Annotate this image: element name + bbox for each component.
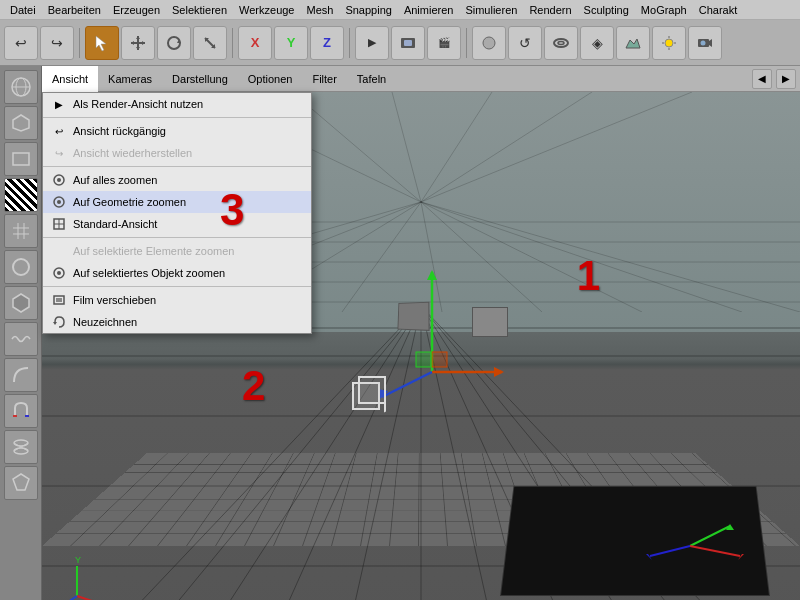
rect-icon (10, 148, 32, 170)
redo-button[interactable]: ↪ (40, 26, 74, 60)
svg-marker-5 (131, 41, 134, 45)
dropdown-zoom-selected-object[interactable]: Auf selektiertes Objekt zoomen (43, 262, 311, 284)
zoom-geometry-icon (51, 194, 67, 210)
scale-button[interactable] (193, 26, 227, 60)
svg-line-94 (77, 596, 107, 600)
svg-rect-109 (56, 298, 62, 302)
obj6-button[interactable] (652, 26, 686, 60)
sidebar-globe-btn[interactable] (4, 70, 38, 104)
menu-animieren[interactable]: Animieren (398, 2, 460, 18)
menu-snapping[interactable]: Snapping (339, 2, 398, 18)
axis-z-button[interactable]: Z (310, 26, 344, 60)
menu-erzeugen[interactable]: Erzeugen (107, 2, 166, 18)
zoom-all-svg (52, 173, 66, 187)
axis-y-button[interactable]: Y (274, 26, 308, 60)
sidebar-wave-btn[interactable] (4, 322, 38, 356)
obj4-button[interactable]: ◈ (580, 26, 614, 60)
vp-menu-optionen[interactable]: Optionen (238, 66, 303, 92)
viewport-toolbar: Ansicht Kameras Darstellung Optionen Fil… (42, 66, 800, 92)
undo-button[interactable]: ↩ (4, 26, 38, 60)
sidebar-hex-btn[interactable] (4, 286, 38, 320)
sidebar-zebra-btn[interactable] (4, 178, 38, 212)
svg-point-15 (554, 39, 568, 47)
vp-menu-kameras[interactable]: Kameras (98, 66, 162, 92)
toolbar-sep-3 (349, 28, 350, 58)
dropdown-standard-view[interactable]: Standard-Ansicht (43, 213, 311, 235)
pan-film-icon (51, 292, 67, 308)
obj1-button[interactable] (472, 26, 506, 60)
polygon-icon (10, 112, 32, 134)
vp-menu-darstellung[interactable]: Darstellung (162, 66, 238, 92)
dropdown-zoom-geometry[interactable]: Auf Geometrie zoomen (43, 191, 311, 213)
menu-sculpting[interactable]: Sculpting (578, 2, 635, 18)
vp-toolbar-right: ◀ ▶ (752, 69, 800, 89)
menu-selektieren[interactable]: Selektieren (166, 2, 233, 18)
svg-marker-0 (96, 36, 106, 51)
sidebar-rect-btn[interactable] (4, 142, 38, 176)
vp-expand-left-btn[interactable]: ◀ (752, 69, 772, 89)
sidebar-circle-btn[interactable] (4, 250, 38, 284)
anim-button[interactable]: 🎬 (427, 26, 461, 60)
sidebar-poly-btn[interactable] (4, 106, 38, 140)
svg-line-95 (62, 596, 77, 600)
dropdown-zoom-selected-elements[interactable]: Auf selektierte Elemente zoomen (43, 240, 311, 262)
menu-bar: Datei Bearbeiten Erzeugen Selektieren We… (0, 0, 800, 20)
sidebar-more-btn[interactable] (4, 466, 38, 500)
obj3-button[interactable] (544, 26, 578, 60)
annotation-2: 2 (242, 362, 265, 410)
dropdown-render-view[interactable]: ▶ Als Render-Ansicht nutzen (43, 93, 311, 115)
standard-view-icon (51, 216, 67, 232)
zoom-geo-svg (52, 195, 66, 209)
wave-icon (10, 328, 32, 350)
sidebar-grid-btn[interactable] (4, 214, 38, 248)
magnet-icon (10, 400, 32, 422)
obj5-button[interactable] (616, 26, 650, 60)
menu-mograph[interactable]: MoGraph (635, 2, 693, 18)
sidebar-twist-btn[interactable] (4, 430, 38, 464)
svg-marker-3 (136, 36, 140, 39)
select-button[interactable] (85, 26, 119, 60)
svg-marker-6 (142, 41, 145, 45)
menu-charakt[interactable]: Charakt (693, 2, 744, 18)
vp-expand-right-btn[interactable]: ▶ (776, 69, 796, 89)
main-toolbar: ↩ ↪ X Y Z ▶ (0, 20, 800, 66)
circle-icon (10, 256, 32, 278)
menu-rendern[interactable]: Rendern (523, 2, 577, 18)
cam-button[interactable] (688, 26, 722, 60)
dropdown-zoom-all[interactable]: Auf alles zoomen (43, 169, 311, 191)
render-button[interactable] (391, 26, 425, 60)
toolbar-sep-4 (466, 28, 467, 58)
svg-marker-35 (13, 294, 29, 312)
svg-point-102 (57, 200, 61, 204)
camera-icon (696, 34, 714, 52)
axis-x-button[interactable]: X (238, 26, 272, 60)
menu-simulieren[interactable]: Simulieren (459, 2, 523, 18)
menu-bearbeiten[interactable]: Bearbeiten (42, 2, 107, 18)
svg-marker-86 (427, 270, 437, 280)
sidebar-magnet-btn[interactable] (4, 394, 38, 428)
sidebar-bend-btn[interactable] (4, 358, 38, 392)
rotate-button[interactable] (157, 26, 191, 60)
left-sidebar (0, 66, 42, 600)
dropdown-redraw[interactable]: Neuzeichnen (43, 311, 311, 333)
dropdown-pan-film[interactable]: Film verschieben (43, 289, 311, 311)
dropdown-redo-view[interactable]: ↪ Ansicht wiederherstellen (43, 142, 311, 164)
menu-werkzeuge[interactable]: Werkzeuge (233, 2, 300, 18)
move-button[interactable] (121, 26, 155, 60)
svg-marker-4 (136, 47, 140, 50)
obj2-button[interactable]: ↺ (508, 26, 542, 60)
zoom-all-icon (51, 172, 67, 188)
dropdown-undo-view[interactable]: ↩ Ansicht rückgängig (43, 120, 311, 142)
svg-point-34 (13, 259, 29, 275)
menu-datei[interactable]: Datei (4, 2, 42, 18)
render-region-button[interactable]: ▶ (355, 26, 389, 60)
menu-mesh[interactable]: Mesh (300, 2, 339, 18)
svg-line-79 (690, 526, 730, 546)
redraw-svg (52, 315, 66, 329)
svg-marker-42 (13, 474, 29, 490)
vp-menu-filter[interactable]: Filter (302, 66, 346, 92)
vp-menu-ansicht[interactable]: Ansicht (42, 66, 98, 92)
vp-menu-tafeln[interactable]: Tafeln (347, 66, 396, 92)
zoom-sel-elem-icon (51, 243, 67, 259)
zoom-sel-obj-svg (52, 266, 66, 280)
